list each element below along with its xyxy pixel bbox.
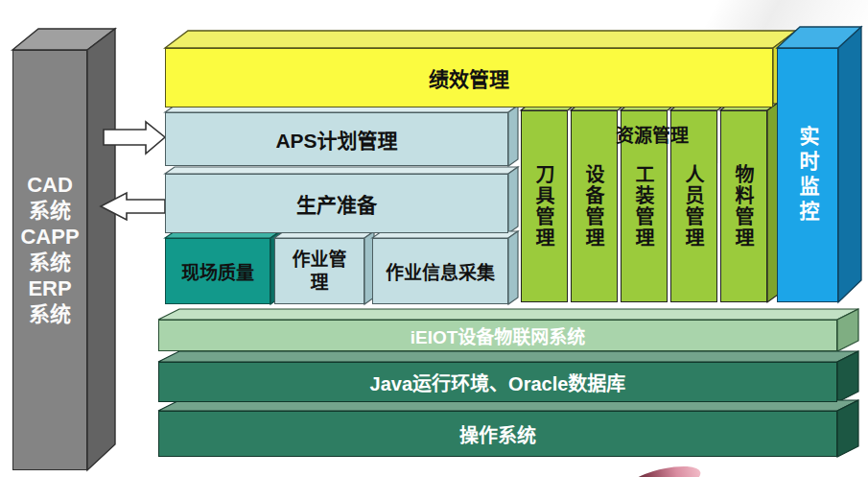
site-quality-block: 现场质量 — [165, 238, 270, 304]
resource-management-header: 资源管理 — [575, 121, 729, 147]
java-top-face — [158, 351, 858, 362]
external-line: 系统 — [29, 301, 71, 327]
column-label: 物料管理 — [730, 164, 758, 249]
clipped-red-object — [622, 460, 704, 477]
preparation-top-face — [165, 167, 518, 174]
aps-planning-block: APS计划管理 — [165, 112, 508, 166]
job-management-block: 作业管理 — [274, 238, 364, 304]
performance-management-block: 绩效管理 — [165, 48, 773, 107]
operating-system-bar: 操作系统 — [158, 411, 837, 457]
preparation-side-face — [508, 167, 518, 233]
production-preparation-block: 生产准备 — [165, 174, 508, 233]
aps-side-face — [508, 106, 518, 166]
realtime-monitor-block: 实时监控 — [777, 48, 838, 302]
iot-platform-bar: iEIOT设备物联网系统 — [158, 320, 837, 351]
iot-top-face — [158, 309, 858, 320]
external-line: ERP — [28, 275, 71, 301]
mes-architecture-diagram: CAD 系统 CAPP 系统 ERP 系统 绩效管理 APS计划管理 生产准备 … — [0, 0, 868, 477]
column-label: 工装管理 — [630, 164, 658, 249]
monitor-side-face — [838, 27, 861, 302]
external-line: CAD — [27, 172, 73, 198]
external-box-side-face — [87, 29, 115, 470]
performance-top-face — [165, 31, 796, 48]
external-line: CAPP — [20, 224, 79, 250]
external-line: 系统 — [29, 198, 71, 224]
external-systems-box: CAD 系统 CAPP 系统 ERP 系统 — [12, 50, 87, 470]
external-line: 系统 — [29, 250, 71, 275]
job-info-collection-block: 作业信息采集 — [372, 238, 508, 304]
column-label: 刀具管理 — [530, 164, 558, 249]
column-label: 设备管理 — [580, 164, 608, 249]
job-info-side-face — [508, 231, 518, 304]
java-oracle-bar: Java运行环境、Oracle数据库 — [158, 362, 837, 402]
column-label: 人员管理 — [680, 164, 708, 249]
os-side-face — [837, 400, 858, 457]
resource-column-tool: 刀具管理 — [521, 110, 568, 302]
monitor-label: 实时监控 — [793, 126, 822, 226]
